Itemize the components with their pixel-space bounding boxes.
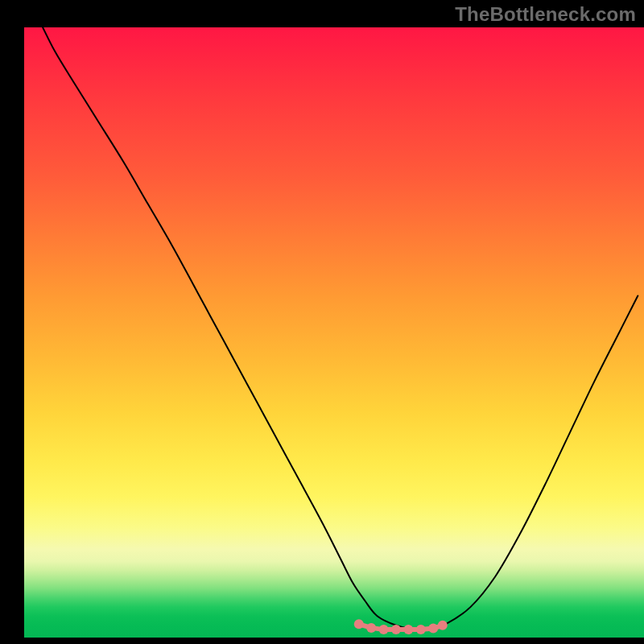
heat-gradient-background <box>24 27 644 638</box>
chart-frame: TheBottleneck.com <box>0 0 644 644</box>
plot-area <box>24 27 644 638</box>
watermark-text: TheBottleneck.com <box>455 3 636 26</box>
